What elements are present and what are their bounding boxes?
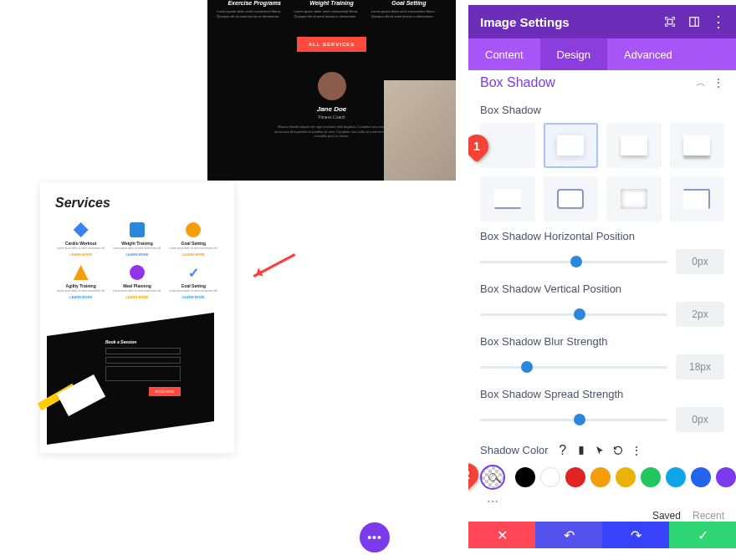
annotation-marker-1: 1: [468, 130, 493, 163]
all-services-button[interactable]: ALL SERVICES: [297, 37, 366, 52]
meal-icon: [130, 265, 145, 280]
shadow-preset-3[interactable]: [670, 123, 725, 168]
undo-icon: ↶: [564, 527, 575, 543]
shadow-preset-6[interactable]: [606, 176, 662, 221]
panel-body: Box Shadow 1 Box Shadow Horizontal Posit…: [468, 95, 736, 522]
shadow-preset-2[interactable]: [606, 123, 662, 168]
shadow-preset-1[interactable]: [544, 123, 599, 168]
swatch-teal[interactable]: [666, 467, 686, 487]
agility-icon: [74, 265, 89, 280]
swatch-red[interactable]: [565, 467, 585, 487]
redo-icon: ↷: [631, 527, 641, 543]
eyedropper-icon: [488, 473, 497, 481]
running-icon: [74, 222, 89, 237]
book-now-button[interactable]: BOOK NOW: [149, 387, 181, 396]
swatch-transparent[interactable]: [480, 465, 505, 490]
hover-icon[interactable]: [594, 445, 606, 456]
horizontal-position-label: Box Shadow Horizontal Position: [480, 230, 724, 242]
blur-strength-label: Box Shadow Blur Strength: [480, 335, 724, 348]
swatch-orange[interactable]: [590, 467, 611, 487]
tab-content[interactable]: Content: [468, 38, 540, 70]
section-title: Box Shadow: [480, 75, 555, 90]
cancel-button[interactable]: ✕: [468, 522, 535, 548]
annotation-arrow: [253, 253, 296, 277]
menu-icon[interactable]: ⋮: [712, 16, 724, 28]
panel-title: Image Settings: [480, 15, 570, 29]
blur-slider[interactable]: [480, 366, 667, 369]
tab-saved-colors[interactable]: Saved: [652, 510, 681, 522]
preview-hero-section: Exercise ProgramsLorem ipsum dolor amet …: [207, 0, 456, 181]
svg-rect-1: [689, 18, 698, 27]
chevron-up-icon[interactable]: ︿: [696, 76, 706, 90]
blur-value-input[interactable]: [676, 354, 724, 379]
vertical-position-label: Box Shadow Vertical Position: [480, 283, 724, 295]
phone-icon[interactable]: [575, 445, 587, 456]
section-menu-icon[interactable]: ⋮: [713, 76, 724, 89]
swatch-purple[interactable]: [716, 467, 736, 487]
box-shadow-label: Box Shadow: [480, 104, 724, 116]
tab-design[interactable]: Design: [540, 38, 607, 70]
page-preview: Exercise ProgramsLorem ipsum dolor amet …: [0, 0, 468, 560]
help-icon[interactable]: ?: [557, 445, 569, 456]
check-icon: ✓: [698, 527, 708, 543]
svg-rect-0: [667, 19, 672, 24]
hero-col-title: Goal Setting: [371, 0, 447, 6]
shadow-preset-grid: 1: [480, 123, 724, 221]
spread-slider[interactable]: [480, 419, 667, 421]
vertical-value-input[interactable]: [676, 302, 724, 327]
horizontal-value-input[interactable]: [676, 249, 724, 274]
image-settings-panel: Image Settings ⋮ Content Design Advanced…: [468, 5, 736, 560]
panel-header: Image Settings ⋮: [468, 5, 736, 38]
dumbbell-icon: [130, 222, 145, 237]
spread-strength-label: Box Shadow Spread Strength: [480, 388, 724, 400]
hero-col-title: Weight Training: [294, 0, 369, 6]
fab-button[interactable]: •••: [360, 522, 390, 552]
shadow-preset-4[interactable]: [480, 176, 535, 221]
hero-col-title: Exercise Programs: [217, 0, 292, 6]
color-swatch-row: 2: [480, 465, 724, 496]
vertical-slider[interactable]: [480, 313, 667, 316]
booking-message-input[interactable]: [105, 366, 181, 381]
tab-recent-colors[interactable]: Recent: [693, 510, 724, 522]
spread-value-input[interactable]: [676, 407, 724, 432]
author-description: Mauris blandit aliquet elit eget tincidu…: [273, 125, 391, 139]
booking-heading: Book a Session: [105, 339, 189, 344]
author-avatar: [318, 72, 346, 100]
hero-side-image: [384, 80, 456, 181]
redo-button[interactable]: ↷: [602, 522, 669, 548]
booking-email-input[interactable]: [105, 357, 181, 364]
swatch-yellow[interactable]: [616, 467, 636, 487]
reset-icon[interactable]: [612, 445, 624, 456]
swatch-black[interactable]: [515, 467, 535, 487]
save-button[interactable]: ✓: [669, 522, 736, 548]
booking-name-input[interactable]: [105, 348, 181, 354]
dots-icon: •••: [367, 531, 382, 544]
shadow-preset-5[interactable]: [544, 176, 599, 221]
section-header[interactable]: Box Shadow ︿ ⋮: [468, 70, 736, 95]
shadow-preset-7[interactable]: [670, 176, 725, 221]
close-icon: ✕: [497, 527, 508, 543]
options-menu-icon[interactable]: ⋮: [631, 445, 642, 456]
swatch-white[interactable]: [540, 467, 560, 487]
panel-footer: ✕ ↶ ↷ ✓: [468, 522, 736, 548]
layout-icon[interactable]: [687, 16, 700, 28]
horizontal-slider[interactable]: [480, 261, 667, 263]
swatch-more-icon[interactable]: ⋯: [487, 495, 724, 508]
svg-rect-3: [579, 446, 583, 455]
swatch-green[interactable]: [641, 467, 661, 487]
expand-icon[interactable]: [663, 16, 676, 28]
services-card: Services Cardio WorkoutLorem ipsum dolor…: [40, 182, 234, 453]
shadow-color-label: Shadow Color: [480, 444, 549, 456]
panel-tabs: Content Design Advanced: [468, 38, 736, 70]
tab-advanced[interactable]: Advanced: [607, 38, 689, 70]
target-icon: [186, 222, 201, 237]
check-icon: ✓: [186, 265, 201, 280]
shadow-preset-none[interactable]: 1: [480, 123, 535, 168]
undo-button[interactable]: ↶: [535, 522, 602, 548]
services-heading: Services: [55, 196, 219, 211]
swatch-blue[interactable]: [691, 467, 711, 487]
